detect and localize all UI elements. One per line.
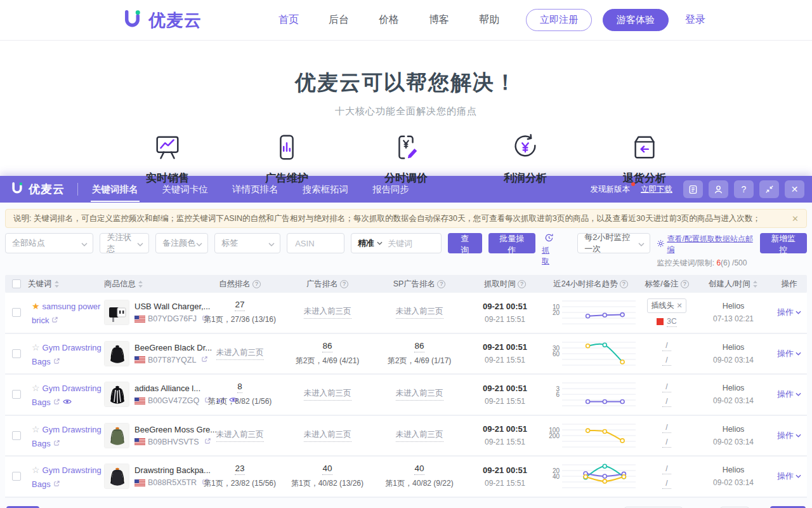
star-outline-icon[interactable]: ☆ <box>32 342 40 352</box>
natural-rank-value[interactable]: 8 <box>237 382 242 393</box>
product-image[interactable] <box>104 341 129 366</box>
asin-text[interactable]: B07YDG76FJ <box>148 314 197 323</box>
sort-icon[interactable] <box>54 280 60 288</box>
add-monitor-button[interactable]: 新增监控 <box>760 233 807 253</box>
info-icon[interactable]: ? <box>518 280 526 288</box>
product-image[interactable] <box>104 423 129 448</box>
brand-logo[interactable]: 优麦云 <box>122 8 202 32</box>
sp-ad-rank-value[interactable]: 未进入前三页 <box>396 306 443 319</box>
tag-placeholder[interactable]: / <box>662 438 671 448</box>
query-button[interactable]: 查 询 <box>448 233 482 253</box>
action-dropdown[interactable]: 操作 <box>777 430 801 441</box>
tag-placeholder[interactable]: / <box>662 423 671 433</box>
external-link-icon[interactable] <box>53 398 60 407</box>
download-link[interactable]: 立即下载 <box>641 184 672 195</box>
monitor-frequency-select[interactable]: 每2小时监控一次 <box>577 233 650 253</box>
tag-placeholder[interactable]: / <box>662 397 671 407</box>
close-button[interactable]: ✕ <box>785 180 804 198</box>
help-button[interactable]: ? <box>734 180 754 198</box>
keyword-link[interactable]: Gym Drawstring Bags <box>32 465 102 489</box>
account-button[interactable] <box>709 180 728 198</box>
note-color-swatch[interactable] <box>657 318 664 325</box>
asin-input[interactable] <box>294 238 339 249</box>
star-outline-icon[interactable]: ☆ <box>32 424 40 434</box>
notice-close-icon[interactable]: ✕ <box>792 214 799 224</box>
register-button[interactable]: 立即注册 <box>526 9 592 31</box>
asin-text[interactable]: B07T87YQZL <box>148 356 196 364</box>
sp-ad-rank-value[interactable]: 86 <box>414 341 424 352</box>
panel-tab-搜索框拓词[interactable]: 搜索框拓词 <box>301 177 350 202</box>
grab-button[interactable]: 抓取 <box>542 233 556 267</box>
action-dropdown[interactable]: 操作 <box>777 307 801 318</box>
info-icon[interactable]: ? <box>620 280 628 288</box>
info-icon[interactable]: ? <box>681 280 689 288</box>
config-zipcode-link[interactable]: 查看/配置抓取数据站点邮编 <box>657 234 753 255</box>
keyword-link[interactable]: Gym Drawstring Bags <box>32 343 102 366</box>
site-select[interactable]: 全部站点 <box>5 233 93 253</box>
eye-icon[interactable] <box>63 398 72 407</box>
info-icon[interactable]: ? <box>252 280 261 288</box>
nav-link-价格[interactable]: 价格 <box>379 13 399 27</box>
tag-placeholder[interactable]: / <box>662 464 671 474</box>
row-checkbox[interactable] <box>12 472 21 481</box>
asin-text[interactable]: B09BHVSVTS <box>148 438 199 446</box>
ad-rank-value[interactable]: 未进入前三页 <box>304 429 351 442</box>
natural-rank-value[interactable]: 23 <box>235 464 244 475</box>
info-icon[interactable]: ? <box>340 280 348 288</box>
external-link-icon[interactable] <box>53 479 60 489</box>
tag-placeholder[interactable]: / <box>662 382 671 392</box>
confirm-button[interactable]: 确 定 <box>770 506 806 508</box>
panel-tab-关键词排名[interactable]: 关键词排名 <box>91 177 140 202</box>
panel-tab-关键词卡位[interactable]: 关键词卡位 <box>161 177 210 202</box>
action-dropdown[interactable]: 操作 <box>777 348 801 359</box>
ad-rank-value[interactable]: 40 <box>322 464 332 475</box>
tag-placeholder[interactable]: / <box>662 341 671 351</box>
ad-rank-value[interactable]: 86 <box>322 341 332 352</box>
nav-link-帮助[interactable]: 帮助 <box>479 13 499 27</box>
sp-ad-rank-value[interactable]: 40 <box>414 464 424 475</box>
row-checkbox[interactable] <box>12 349 21 358</box>
batch-actions-button[interactable]: 批量操作 <box>488 233 535 253</box>
follow-status-select[interactable]: 关注状态 <box>100 233 149 253</box>
asin-text[interactable]: B00GV47ZGQ <box>148 396 199 405</box>
natural-rank-value[interactable]: 未进入前三页 <box>216 429 264 442</box>
keyword-link[interactable]: Gym Drawstring Bags <box>32 425 102 448</box>
tag-select[interactable]: 标签 <box>214 233 280 253</box>
star-filled-icon[interactable]: ★ <box>32 301 40 311</box>
guest-button[interactable]: 游客体验 <box>603 9 669 31</box>
action-dropdown[interactable]: 操作 <box>777 471 801 482</box>
info-icon[interactable]: ? <box>437 280 445 288</box>
star-outline-icon[interactable]: ☆ <box>32 383 40 393</box>
tag-placeholder[interactable]: / <box>662 356 671 366</box>
remove-tag-icon[interactable]: ✕ <box>676 302 682 310</box>
select-all-checkbox[interactable] <box>12 279 21 288</box>
panel-tab-详情页排名[interactable]: 详情页排名 <box>231 177 280 202</box>
ad-rank-value[interactable]: 未进入前三页 <box>304 306 351 319</box>
action-dropdown[interactable]: 操作 <box>777 389 801 400</box>
natural-rank-value[interactable]: 27 <box>235 300 244 311</box>
refresh-button[interactable]: 刷新 <box>6 506 39 508</box>
row-checkbox[interactable] <box>12 308 21 317</box>
collapse-button[interactable] <box>759 180 779 198</box>
asin-text[interactable]: B088R5X5TR <box>148 478 197 487</box>
external-link-icon[interactable] <box>53 439 60 448</box>
external-link-icon[interactable] <box>53 357 60 366</box>
note-color-select[interactable]: 备注颜色 <box>155 233 208 253</box>
star-outline-icon[interactable]: ☆ <box>32 465 40 475</box>
product-image[interactable] <box>104 300 129 325</box>
natural-rank-value[interactable]: 未进入前三页 <box>216 347 264 360</box>
tag-chip[interactable]: 插线头✕ <box>647 298 686 313</box>
note-text[interactable]: 3C <box>667 317 676 327</box>
sort-icon[interactable] <box>752 280 758 288</box>
nav-link-首页[interactable]: 首页 <box>278 13 299 27</box>
keyword-input[interactable] <box>386 238 436 249</box>
report-list-button[interactable] <box>683 180 703 198</box>
product-title[interactable]: adidas Alliance l... <box>134 384 200 393</box>
sort-icon[interactable] <box>138 280 143 288</box>
tag-placeholder[interactable]: / <box>662 479 671 489</box>
external-link-icon[interactable] <box>51 316 58 325</box>
keyword-link[interactable]: samsung power brick <box>32 302 100 325</box>
product-image[interactable] <box>104 382 129 407</box>
match-mode-select[interactable]: 精准 <box>358 237 386 249</box>
row-checkbox[interactable] <box>12 431 21 440</box>
